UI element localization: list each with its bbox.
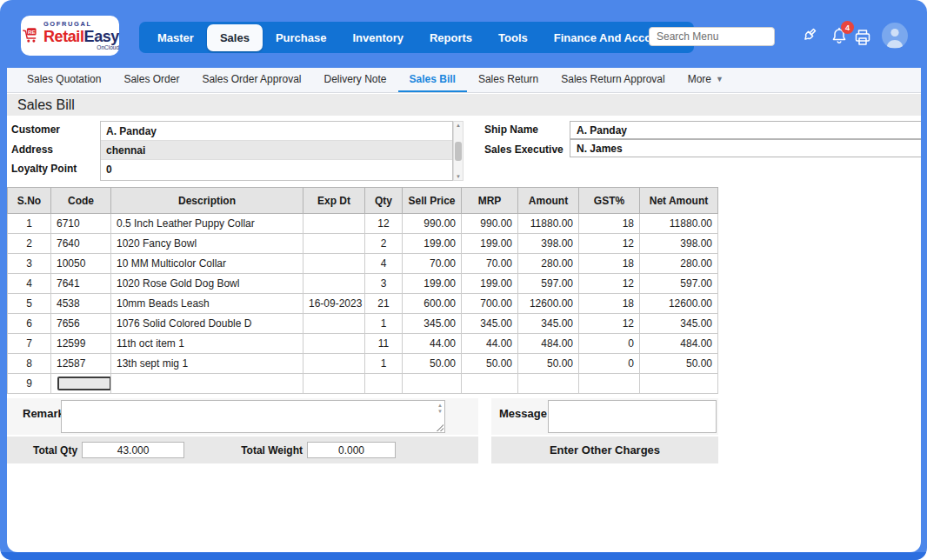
grid-cell[interactable]: 50.00: [462, 354, 518, 374]
grid-cell[interactable]: 18: [579, 214, 640, 234]
grid-cell[interactable]: [462, 374, 518, 394]
grid-cell[interactable]: 21: [365, 294, 403, 314]
grid-cell[interactable]: 12: [579, 314, 640, 334]
tab-sales-order[interactable]: Sales Order: [112, 68, 190, 92]
grid-cell[interactable]: [303, 334, 365, 354]
grid-cell[interactable]: 345.00: [403, 314, 462, 334]
ship-name-field[interactable]: A. Panday: [570, 121, 921, 139]
grid-cell[interactable]: [640, 374, 718, 394]
grid-cell[interactable]: 280.00: [518, 254, 579, 274]
resize-grip-icon[interactable]: [437, 424, 443, 431]
grid-cell[interactable]: 3: [365, 274, 403, 294]
grid-cell[interactable]: 70.00: [403, 254, 462, 274]
grid-cell[interactable]: 18: [579, 254, 640, 274]
grid-cell[interactable]: [303, 314, 365, 334]
grid-cell[interactable]: 10mm Beads Leash: [111, 294, 303, 314]
grid-cell[interactable]: 7: [8, 334, 51, 354]
grid-cell[interactable]: 7641: [51, 274, 111, 294]
grid-cell[interactable]: [303, 354, 365, 374]
total-qty-field[interactable]: [82, 442, 184, 458]
grid-cell[interactable]: 345.00: [518, 314, 579, 334]
grid-cell[interactable]: 484.00: [518, 334, 579, 354]
grid-cell[interactable]: [303, 254, 365, 274]
brand-logo[interactable]: RE GOFRUGAL RetailEasy OnCloud: [21, 16, 119, 56]
grid-cell[interactable]: 4538: [51, 294, 111, 314]
grid-cell[interactable]: 1: [365, 354, 403, 374]
sales-executive-field[interactable]: N. James: [570, 139, 921, 157]
total-weight-field[interactable]: [307, 442, 396, 458]
grid-cell[interactable]: 0: [579, 354, 640, 374]
grid-cell[interactable]: 44.00: [462, 334, 518, 354]
nav-reports[interactable]: Reports: [417, 24, 485, 51]
grid-cell[interactable]: 50.00: [403, 354, 462, 374]
grid-cell[interactable]: 2: [8, 234, 51, 254]
scrollbar-thumb[interactable]: [455, 142, 462, 161]
grid-cell[interactable]: 280.00: [640, 254, 718, 274]
grid-cell[interactable]: 199.00: [403, 274, 462, 294]
grid-cell[interactable]: 12600.00: [518, 294, 579, 314]
tab-sales-return[interactable]: Sales Return: [467, 68, 550, 92]
grid-cell[interactable]: 7656: [51, 314, 111, 334]
grid-cell[interactable]: [518, 374, 579, 394]
grid-cell[interactable]: 345.00: [462, 314, 518, 334]
scroll-up-icon[interactable]: ▲: [456, 123, 461, 128]
nav-tools[interactable]: Tools: [485, 24, 541, 51]
grid-cell[interactable]: 12599: [51, 334, 111, 354]
grid-cell[interactable]: [579, 374, 640, 394]
tab-sales-quotation[interactable]: Sales Quotation: [16, 68, 112, 92]
grid-cell[interactable]: 12: [365, 214, 403, 234]
tab-delivery-note[interactable]: Delivery Note: [312, 68, 397, 92]
grid-cell[interactable]: [303, 374, 365, 394]
grid-cell[interactable]: [303, 214, 365, 234]
grid-cell[interactable]: 597.00: [640, 274, 718, 294]
tab-more[interactable]: More▼: [677, 68, 735, 92]
grid-cell[interactable]: 6710: [51, 214, 111, 234]
scroll-down-icon[interactable]: ▼: [456, 174, 461, 179]
grid-cell[interactable]: 11: [365, 334, 403, 354]
grid-cell[interactable]: 70.00: [462, 254, 518, 274]
grid-cell[interactable]: 1020 Fancy Bowl: [111, 234, 303, 254]
grid-cell[interactable]: 990.00: [462, 214, 518, 234]
tab-sales-order-approval[interactable]: Sales Order Approval: [190, 68, 312, 92]
grid-cell[interactable]: 199.00: [462, 234, 518, 254]
address-field[interactable]: chennai: [101, 141, 452, 160]
grid-cell[interactable]: 1: [8, 214, 51, 234]
message-textarea[interactable]: [548, 400, 717, 433]
tab-sales-bill[interactable]: Sales Bill: [398, 68, 467, 92]
grid-cell[interactable]: 484.00: [640, 334, 718, 354]
grid-cell[interactable]: 1020 Rose Gold Dog Bowl: [111, 274, 303, 294]
brush-icon[interactable]: [798, 25, 819, 46]
grid-cell[interactable]: [303, 234, 365, 254]
grid-cell[interactable]: 13th sept mig 1: [111, 354, 303, 374]
avatar[interactable]: [882, 23, 908, 49]
grid-cell[interactable]: 12: [579, 274, 640, 294]
grid-cell[interactable]: [365, 374, 403, 394]
grid-cell[interactable]: 10 MM Multicolor Collar: [111, 254, 303, 274]
grid-cell[interactable]: 44.00: [403, 334, 462, 354]
grid-cell[interactable]: 398.00: [640, 234, 718, 254]
grid-cell[interactable]: 10050: [51, 254, 111, 274]
grid-cell[interactable]: 18: [579, 294, 640, 314]
grid-cell[interactable]: 990.00: [403, 214, 462, 234]
grid-cell[interactable]: 16-09-2023: [303, 294, 365, 314]
nav-sales[interactable]: Sales: [207, 24, 263, 51]
grid-cell[interactable]: [111, 374, 303, 394]
grid-cell[interactable]: 12587: [51, 354, 111, 374]
customer-field[interactable]: A. Panday: [101, 122, 452, 141]
spinner-arrows-icon[interactable]: ▲▼: [437, 403, 443, 414]
grid-cell[interactable]: 2: [365, 234, 403, 254]
grid-cell[interactable]: 345.00: [640, 314, 718, 334]
grid-cell[interactable]: 3: [8, 254, 51, 274]
grid-cell[interactable]: 50.00: [518, 354, 579, 374]
enter-other-charges-button[interactable]: Enter Other Charges: [491, 437, 718, 463]
grid-cell[interactable]: 199.00: [462, 274, 518, 294]
printer-icon[interactable]: [852, 27, 873, 48]
grid-cell[interactable]: 4: [8, 274, 51, 294]
loyalty-point-field[interactable]: 0: [101, 160, 452, 179]
grid-cell[interactable]: 5: [8, 294, 51, 314]
grid-cell[interactable]: 11880.00: [640, 214, 718, 234]
grid-cell[interactable]: 6: [8, 314, 51, 334]
tab-sales-return-approval[interactable]: Sales Return Approval: [550, 68, 676, 92]
grid-cell[interactable]: [303, 274, 365, 294]
grid-cell[interactable]: 600.00: [403, 294, 462, 314]
